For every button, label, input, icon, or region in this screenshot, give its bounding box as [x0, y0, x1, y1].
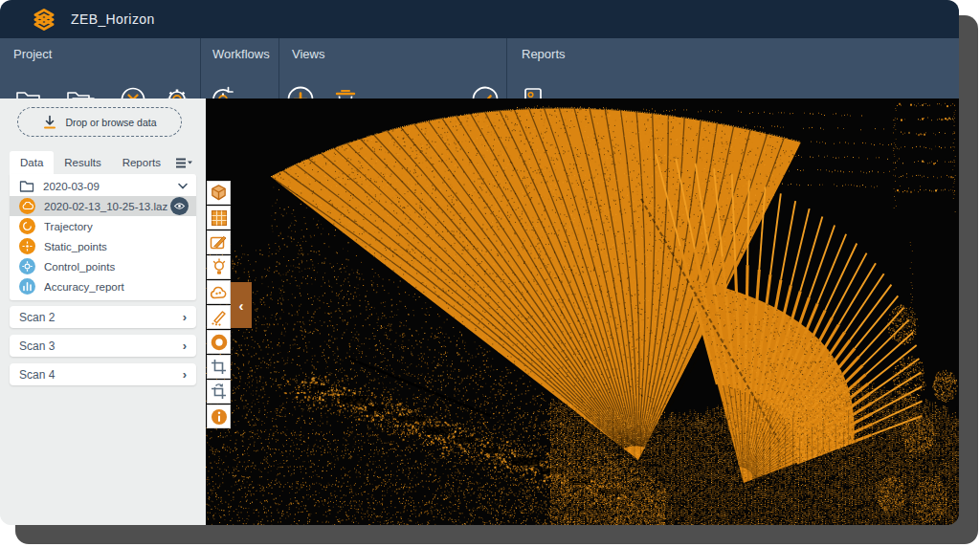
- section-label-workflows: Workflows: [212, 47, 270, 61]
- paint-brush-icon: [210, 234, 228, 251]
- drop-or-browse-button[interactable]: Drop or browse data: [17, 107, 182, 137]
- tree-item-scan-file[interactable]: 2020-02-13_10-25-13.laz: [10, 196, 196, 216]
- tool-slice-donut[interactable]: [207, 330, 231, 354]
- panel-collapse-tab[interactable]: ‹: [231, 282, 252, 328]
- grid-icon: [211, 209, 228, 227]
- static-points-icon: [19, 238, 35, 254]
- control-points-icon: [19, 258, 35, 274]
- tool-info[interactable]: [207, 405, 231, 428]
- toolbar-divider: [278, 38, 279, 98]
- toolbar-divider: [506, 38, 507, 98]
- tree-item-accuracy-report[interactable]: Accuracy_report: [10, 276, 196, 296]
- tab-data[interactable]: Data: [10, 151, 54, 174]
- tab-results[interactable]: Results: [54, 151, 111, 174]
- app-window: ZEB_Horizon Project Workflows Views Repo…: [0, 0, 959, 525]
- scan-label: Scan 2: [19, 311, 183, 324]
- info-icon: [211, 408, 228, 426]
- tree-item-label: 2020-02-13_10-25-13.laz: [44, 201, 170, 212]
- donut-icon: [211, 334, 228, 351]
- scan-card-4[interactable]: Scan 4 ›: [10, 363, 196, 385]
- tool-paint-select[interactable]: [207, 230, 231, 254]
- tool-cloud-classify[interactable]: [207, 280, 231, 304]
- download-icon: [42, 115, 57, 130]
- scan-label: Scan 3: [19, 339, 183, 353]
- lightbulb-icon: [212, 258, 227, 276]
- title-bar: ZEB_Horizon: [0, 0, 959, 38]
- chevron-right-icon: ›: [183, 367, 187, 382]
- sidebar-tabs: Data Results Reports: [10, 150, 192, 174]
- visibility-eye-icon[interactable]: [170, 197, 189, 215]
- tool-grid[interactable]: [207, 206, 231, 230]
- chevron-right-icon: ›: [183, 310, 187, 324]
- chevron-down-icon[interactable]: [177, 183, 189, 190]
- section-label-reports: Reports: [522, 47, 566, 61]
- scan-card-2[interactable]: Scan 2 ›: [10, 306, 196, 328]
- app-logo-icon: [31, 6, 57, 33]
- tree-item-label: Trajectory: [44, 221, 189, 232]
- tree-item-static-points[interactable]: Static_points: [10, 236, 196, 256]
- folder-icon: [19, 180, 34, 193]
- chevron-right-icon: ›: [183, 339, 187, 353]
- tree-item-control-points[interactable]: Control_points: [10, 256, 196, 276]
- data-tree-panel: 2020-03-09 2020-02-13_10-25-13.laz: [10, 174, 196, 300]
- section-label-project: Project: [13, 47, 52, 61]
- tool-palette: [207, 181, 231, 428]
- tree-item-folder[interactable]: 2020-03-09: [10, 176, 196, 196]
- viewport-3d: ‹: [206, 98, 959, 525]
- tree-item-label: 2020-03-09: [43, 181, 177, 192]
- section-label-views: Views: [292, 47, 324, 61]
- tree-item-trajectory[interactable]: Trajectory: [10, 216, 196, 236]
- scan-label: Scan 4: [19, 368, 183, 382]
- crop-icon: [211, 359, 227, 375]
- trajectory-icon: [19, 218, 35, 234]
- tree-item-label: Control_points: [44, 261, 189, 273]
- cube-icon: [210, 184, 228, 202]
- scan-card-3[interactable]: Scan 3 ›: [10, 335, 196, 357]
- app-title: ZEB_Horizon: [71, 0, 155, 38]
- tool-crop-rotate[interactable]: [207, 380, 231, 404]
- list-menu-icon[interactable]: [175, 157, 192, 170]
- tree-item-label: Static_points: [44, 241, 189, 252]
- point-cloud-canvas[interactable]: [206, 98, 959, 525]
- tool-crop[interactable]: [207, 355, 231, 379]
- crop-rotate-icon: [211, 383, 227, 400]
- cloud-icon: [210, 285, 228, 300]
- accuracy-report-icon: [19, 278, 35, 295]
- toolbar-divider: [200, 38, 201, 98]
- tool-3d-cube[interactable]: [207, 181, 231, 205]
- chevron-left-icon: ‹: [239, 298, 244, 313]
- tool-lighting[interactable]: [207, 255, 231, 279]
- ribbon-toolbar: Project Workflows Views Reports: [0, 38, 959, 98]
- measure-pen-icon: [210, 309, 228, 326]
- tool-measure[interactable]: [207, 305, 231, 329]
- tab-reports[interactable]: Reports: [112, 151, 171, 174]
- drop-button-label: Drop or browse data: [65, 117, 156, 128]
- data-sidebar: Drop or browse data Data Results Reports…: [0, 98, 206, 525]
- tree-item-label: Accuracy_report: [44, 281, 189, 293]
- point-cloud-icon: [19, 198, 35, 214]
